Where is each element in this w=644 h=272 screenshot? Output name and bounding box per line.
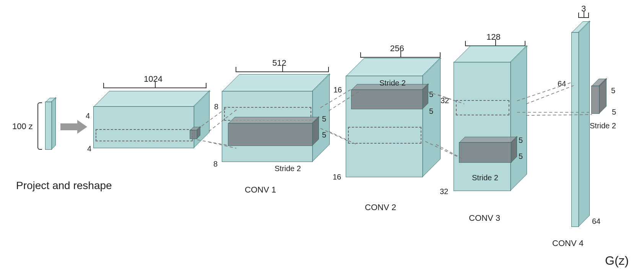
l4-channels: 3 <box>581 4 586 14</box>
l1-stride: Stride 2 <box>275 164 301 173</box>
l4-kh: 5 <box>611 86 615 95</box>
l4-w: 64 <box>592 217 600 226</box>
svg-line-13 <box>526 86 574 104</box>
l4-kw: 5 <box>612 108 616 117</box>
l4-stride: Stride 2 <box>590 121 616 130</box>
l2-channels: 256 <box>390 44 404 53</box>
brace-l4 <box>578 15 589 20</box>
l0-w: 4 <box>87 144 91 153</box>
brace-l0 <box>103 85 207 90</box>
z-brace <box>37 102 42 150</box>
l3-w: 32 <box>440 187 448 196</box>
l2-dashed-rf <box>348 127 421 144</box>
l2-w: 16 <box>333 173 341 181</box>
diagram-stage: 100 z Project and reshape 1024 4 4 512 <box>0 0 644 272</box>
l3-kh: 5 <box>519 136 523 145</box>
l3-dashed-rf <box>456 100 509 115</box>
l2-label: CONV 2 <box>365 202 396 212</box>
l3-stride: Stride 2 <box>472 173 498 182</box>
z-dim-label: 100 z <box>12 121 33 131</box>
output-label: G(z) <box>605 254 629 268</box>
l2-kh: 5 <box>429 90 433 99</box>
l2-kw: 5 <box>429 107 433 116</box>
l1-h: 8 <box>214 102 218 111</box>
l3-label: CONV 3 <box>469 213 500 223</box>
l1-w: 8 <box>213 160 218 168</box>
l2-h: 16 <box>333 86 342 94</box>
l1-kw: 5 <box>322 131 326 139</box>
l1-channels: 512 <box>272 58 286 68</box>
l4-h: 64 <box>558 79 566 88</box>
l0-h: 4 <box>86 112 90 120</box>
l1-label: CONV 1 <box>245 185 276 195</box>
brace-l1 <box>236 69 329 74</box>
project-reshape-caption: Project and reshape <box>16 180 112 192</box>
l3-kw: 5 <box>519 152 523 161</box>
l1-kh: 5 <box>322 115 326 123</box>
l4-label: CONV 4 <box>552 238 584 248</box>
l0-dashed-rf <box>96 129 193 141</box>
l3-h: 32 <box>441 96 449 105</box>
project-arrow-icon <box>60 120 87 134</box>
l2-stride: Stride 2 <box>379 79 406 87</box>
l0-channels: 1024 <box>144 74 163 84</box>
l3-channels: 128 <box>486 32 501 42</box>
